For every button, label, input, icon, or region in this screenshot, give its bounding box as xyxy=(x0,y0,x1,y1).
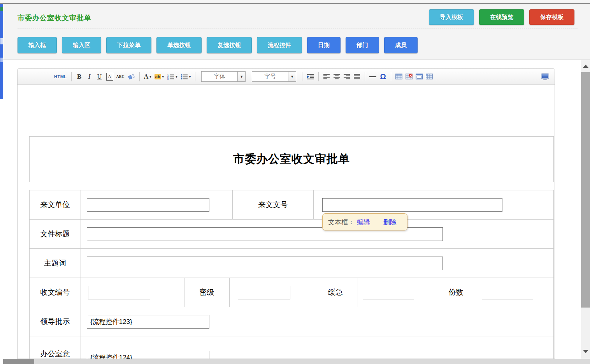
underline-button[interactable]: U xyxy=(96,72,103,82)
input-leader-comments[interactable] xyxy=(87,315,209,329)
widget-radio-button[interactable]: 单选按钮 xyxy=(156,37,202,53)
label-doc-title: 文件标题 xyxy=(30,220,81,248)
align-center-icon xyxy=(334,74,340,79)
rich-text-editor: HTML B I U A ABC A ▾ ab ▾ 123 ▾ ▾ 字体 ▼ xyxy=(17,68,555,359)
cell xyxy=(358,278,435,307)
table-row: 收文编号 密级 缓急 份数 xyxy=(30,278,553,307)
widget-textarea-button[interactable]: 输入区 xyxy=(62,37,101,53)
insert-table-button[interactable] xyxy=(395,72,402,82)
html-source-button[interactable]: HTML xyxy=(54,72,67,82)
horizontal-scrollbar[interactable] xyxy=(3,359,590,364)
strikethrough-button[interactable]: ABC xyxy=(116,72,125,82)
align-left-icon xyxy=(323,74,330,79)
input-source-unit[interactable] xyxy=(87,198,209,212)
monitor-icon xyxy=(541,73,549,80)
left-edge-artifact xyxy=(0,7,3,11)
align-justify-icon xyxy=(354,74,360,79)
unordered-list-button[interactable]: ▾ xyxy=(181,72,191,82)
bold-button[interactable]: B xyxy=(76,72,83,82)
ordered-list-button[interactable]: 123 ▾ xyxy=(167,72,177,82)
page-header: 市委办公室收文审批单 导入模板 在线预览 保存模板 输入框 输入区 下拉菜单 单… xyxy=(3,4,590,60)
toolbar-separator xyxy=(195,72,195,81)
vertical-scrollbar[interactable] xyxy=(581,60,590,359)
label-secrecy-level: 密级 xyxy=(184,278,230,307)
horizontal-rule-button[interactable] xyxy=(369,72,376,82)
scroll-up-button[interactable] xyxy=(581,61,590,71)
widget-date-button[interactable]: 日期 xyxy=(307,37,341,53)
chevron-down-icon: ▾ xyxy=(149,75,151,79)
align-center-button[interactable] xyxy=(333,72,340,82)
indent-button[interactable] xyxy=(307,72,314,82)
align-right-button[interactable] xyxy=(343,72,350,82)
input-office-opinion[interactable] xyxy=(87,351,209,359)
label-receipt-number: 收文编号 xyxy=(30,278,81,307)
toolbar-separator xyxy=(139,72,140,81)
input-urgency[interactable] xyxy=(363,286,414,299)
left-window-edge xyxy=(0,4,3,99)
input-doc-number[interactable] xyxy=(322,198,502,212)
widget-input-box-button[interactable]: 输入框 xyxy=(18,37,57,53)
toolbar-separator xyxy=(71,72,72,81)
page-title: 市委办公室收文审批单 xyxy=(18,13,91,23)
align-justify-button[interactable] xyxy=(353,72,360,82)
font-size-select[interactable]: 字号 ▼ xyxy=(252,71,296,82)
arrow-down-icon xyxy=(583,350,588,353)
widget-flow-control-button[interactable]: 流程控件 xyxy=(257,37,302,53)
ordered-list-icon: 123 xyxy=(167,74,174,80)
italic-button[interactable]: I xyxy=(86,72,93,82)
label-doc-number: 来文文号 xyxy=(233,190,314,219)
chevron-down-icon: ▼ xyxy=(288,72,296,81)
delete-table-icon xyxy=(406,74,413,79)
save-template-button[interactable]: 保存模板 xyxy=(529,9,574,25)
table-row: 办公室意 xyxy=(30,336,553,359)
widget-palette: 输入框 输入区 下拉菜单 单选按钮 复选按钮 流程控件 日期 部门 成员 xyxy=(18,37,418,53)
delete-table-button[interactable] xyxy=(406,72,413,82)
tooltip-label: 文本框： xyxy=(328,218,355,227)
highlight-color-button[interactable]: ab ▾ xyxy=(155,72,164,82)
remove-format-button[interactable] xyxy=(128,72,135,82)
header-actions: 导入模板 在线预览 保存模板 xyxy=(429,9,574,25)
special-char-button[interactable]: Ω xyxy=(379,72,386,82)
input-secrecy-level[interactable] xyxy=(238,286,290,299)
widget-member-button[interactable]: 成员 xyxy=(384,37,418,53)
input-copies[interactable] xyxy=(482,286,533,299)
widget-dropdown-button[interactable]: 下拉菜单 xyxy=(106,37,151,53)
font-family-select[interactable]: 字体 ▼ xyxy=(201,71,246,82)
vertical-scrollbar-thumb[interactable] xyxy=(581,72,590,308)
input-subject-words[interactable] xyxy=(87,257,443,270)
form-title: 市委办公室收文审批单 xyxy=(233,151,350,167)
indent-icon xyxy=(307,74,314,80)
online-preview-button[interactable]: 在线预览 xyxy=(479,9,524,25)
label-leader-comments: 领导批示 xyxy=(30,307,81,336)
left-edge-artifact xyxy=(0,58,3,62)
edit-link[interactable]: 编辑 xyxy=(357,218,370,227)
font-color-button[interactable]: A ▾ xyxy=(144,72,151,82)
label-copies: 份数 xyxy=(435,278,477,307)
arrow-up-icon xyxy=(583,65,588,68)
cell-properties-icon xyxy=(426,74,433,79)
scroll-down-button[interactable] xyxy=(581,346,590,357)
input-receipt-number[interactable] xyxy=(88,286,150,299)
import-template-button[interactable]: 导入模板 xyxy=(429,9,474,25)
table-row: 文件标题 xyxy=(30,220,553,249)
fullscreen-button[interactable] xyxy=(541,72,549,82)
table-properties-button[interactable] xyxy=(416,72,423,82)
delete-link[interactable]: 删除 xyxy=(383,218,397,227)
widget-department-button[interactable]: 部门 xyxy=(346,37,379,53)
align-left-button[interactable] xyxy=(323,72,330,82)
chevron-down-icon: ▾ xyxy=(176,75,177,79)
cell xyxy=(81,249,553,278)
form-title-box: 市委办公室收文审批单 xyxy=(29,136,554,182)
text-style-button[interactable]: A xyxy=(106,73,113,81)
eraser-icon xyxy=(128,73,135,80)
table-row: 来文单位 来文文号 xyxy=(30,190,553,220)
cell-properties-button[interactable] xyxy=(426,72,433,82)
horizontal-scrollbar-thumb[interactable] xyxy=(3,359,34,364)
table-row: 主题词 xyxy=(30,249,553,278)
toolbar-separator xyxy=(365,72,365,81)
label-source-unit: 来文单位 xyxy=(30,190,81,219)
chevron-down-icon: ▼ xyxy=(237,72,245,81)
table-icon xyxy=(395,74,402,79)
widget-checkbox-button[interactable]: 复选按钮 xyxy=(207,37,252,53)
window-top-edge xyxy=(0,0,590,4)
